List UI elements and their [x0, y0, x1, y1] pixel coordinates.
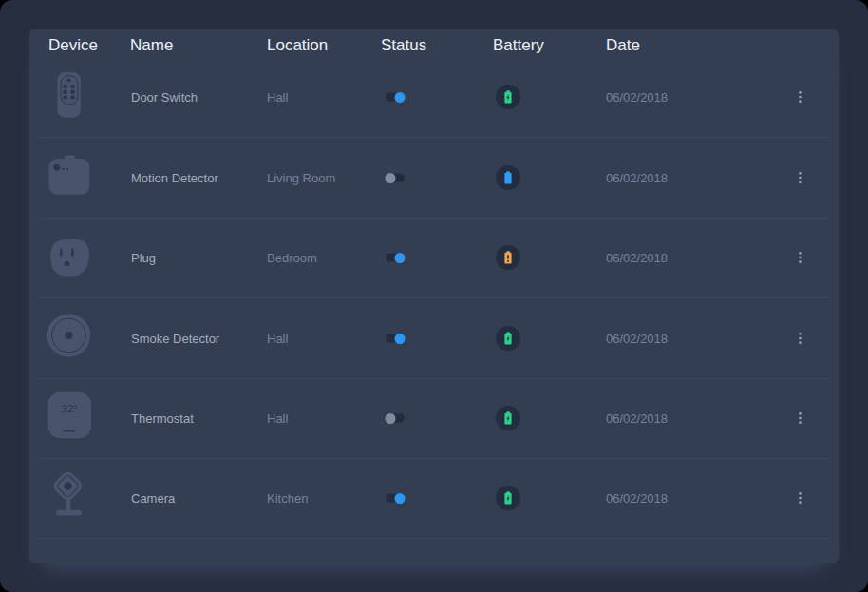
svg-text:32°: 32°: [61, 403, 77, 414]
